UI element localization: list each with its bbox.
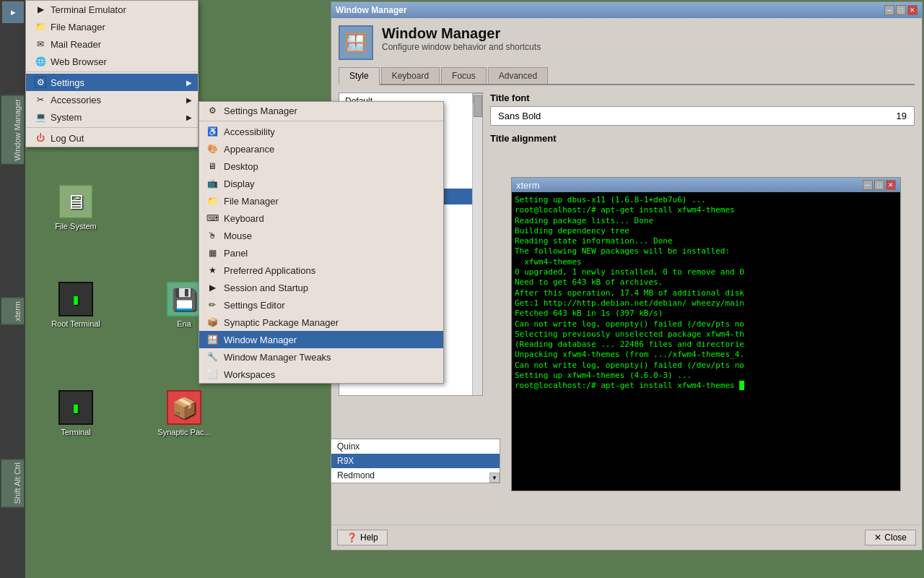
desktop-item[interactable]: 🖥 Desktop xyxy=(199,158,443,175)
menu-web-browser[interactable]: 🌐 Web Browser xyxy=(26,53,198,70)
logout-icon: ⏻ xyxy=(35,132,46,144)
menu-mail-reader[interactable]: ✉ Mail Reader xyxy=(26,35,198,53)
tab-style[interactable]: Style xyxy=(339,67,380,85)
menu-button[interactable]: ▶ xyxy=(2,1,24,23)
theme-quinx[interactable]: Quinx xyxy=(331,439,500,454)
mouse-item[interactable]: 🖱 Mouse xyxy=(199,227,443,244)
panel-icon: ▦ xyxy=(206,247,218,259)
mail-reader-icon: ✉ xyxy=(35,38,46,50)
session-startup-icon: ▶ xyxy=(206,282,218,293)
xterm-close[interactable]: ✕ xyxy=(886,180,896,190)
close-button[interactable]: ✕ xyxy=(907,5,918,15)
window-manager-icon: 🪟 xyxy=(206,334,218,345)
font-display[interactable]: Sans Bold 19 xyxy=(490,106,915,126)
synaptic-item[interactable]: 📦 Synaptic Package Manager xyxy=(199,314,443,331)
file-system-icon[interactable]: 🖥 File System xyxy=(40,184,112,230)
tab-advanced[interactable]: Advanced xyxy=(488,67,548,84)
menu-system[interactable]: 💻 System ▶ xyxy=(26,108,198,126)
settings-submenu: ⚙ Settings Manager ♿ Accessibility 🎨 App… xyxy=(199,101,444,384)
settings-sep xyxy=(199,121,443,121)
menu-logout[interactable]: ⏻ Log Out xyxy=(26,129,198,147)
terminal-emulator-icon: ▶ xyxy=(35,4,46,15)
system-arrow: ▶ xyxy=(186,113,192,121)
title-font-label: Title font xyxy=(490,92,915,103)
desktop-menu-icon: 🖥 xyxy=(206,160,218,172)
synaptic-icon[interactable]: 📦 Synaptic Pac... xyxy=(148,390,220,436)
appearance-icon: 🎨 xyxy=(206,143,218,155)
xterm-titlebar: xterm ─ □ ✕ xyxy=(512,178,900,192)
display-icon: 📺 xyxy=(206,178,218,189)
preferred-apps-icon: ★ xyxy=(206,264,218,276)
xterm-content: Setting up dbus-x11 (1.6.8-1+deb7u6) ...… xyxy=(512,192,900,491)
terminal-icon[interactable]: ▮ Terminal xyxy=(40,390,112,436)
tab-focus[interactable]: Focus xyxy=(441,67,487,84)
settings-arrow: ▶ xyxy=(186,79,192,87)
accessories-icon: ✂ xyxy=(35,94,46,105)
file-manager-icon: 📁 xyxy=(35,21,46,33)
wm-app-icon: 🪟 xyxy=(339,25,373,60)
accessories-arrow: ▶ xyxy=(186,96,192,104)
theme-r9x[interactable]: R9X xyxy=(331,454,500,468)
settings-manager-item[interactable]: ⚙ Settings Manager xyxy=(199,102,443,119)
panel-item[interactable]: ▦ Panel xyxy=(199,244,443,262)
scrollbar-track[interactable]: ▲ xyxy=(472,93,482,395)
preferred-apps-item[interactable]: ★ Preferred Applications xyxy=(199,262,443,279)
maximize-button[interactable]: □ xyxy=(896,5,906,15)
system-icon: 💻 xyxy=(35,111,46,123)
menu-sep-2 xyxy=(26,127,198,128)
font-size: 19 xyxy=(897,111,907,121)
file-manager-settings-icon: 📁 xyxy=(206,195,218,207)
display-item[interactable]: 📺 Display xyxy=(199,175,443,192)
main-menu: ▶ Terminal Emulator 📁 File Manager ✉ Mai… xyxy=(25,0,199,147)
mouse-icon: 🖱 xyxy=(206,230,218,241)
wm-tweaks-icon: 🔧 xyxy=(206,351,218,363)
desktop: ▶ Window Manager xterm Shift Alt Ctrl 🖥 … xyxy=(0,0,924,578)
settings-manager-icon: ⚙ xyxy=(206,105,218,116)
wm-app-title: Window Manager xyxy=(382,25,541,42)
window-manager-item[interactable]: 🪟 Window Manager xyxy=(199,331,443,348)
scrollbar-thumb[interactable] xyxy=(474,95,482,117)
xterm-tab[interactable]: xterm xyxy=(1,298,25,325)
theme-redmond[interactable]: Redmond xyxy=(331,468,500,483)
xterm-maximize[interactable]: □ xyxy=(874,180,884,190)
xterm-minimize[interactable]: ─ xyxy=(863,180,873,190)
tab-bar: Style Keyboard Focus Advanced xyxy=(339,67,915,85)
wm-titlebar: Window Manager ─ □ ✕ xyxy=(331,2,922,18)
menu-file-manager[interactable]: 📁 File Manager xyxy=(26,18,198,35)
minimize-button[interactable]: ─ xyxy=(884,5,894,15)
settings-icon: ⚙ xyxy=(35,77,46,88)
wm-tweaks-item[interactable]: 🔧 Window Manager Tweaks xyxy=(199,348,443,366)
xterm-window: xterm ─ □ ✕ Setting up dbus-x11 (1.6.8-1… xyxy=(511,177,901,491)
menu-sep-1 xyxy=(26,72,198,72)
keyboard-icon: ⌨ xyxy=(206,212,218,224)
workspaces-item[interactable]: ⬜ Workspaces xyxy=(199,366,443,383)
menu-accessories[interactable]: ✂ Accessories ▶ xyxy=(26,91,198,108)
help-icon: ❓ xyxy=(346,532,357,543)
settings-editor-item[interactable]: ✏ Settings Editor xyxy=(199,296,443,314)
session-startup-item[interactable]: ▶ Session and Startup xyxy=(199,279,443,296)
close-wm-button[interactable]: ✕ Close xyxy=(865,530,916,545)
menu-settings[interactable]: ⚙ Settings ▶ xyxy=(26,74,198,91)
font-value: Sans Bold xyxy=(498,111,541,121)
xterm-title: xterm xyxy=(516,180,540,191)
root-terminal-icon[interactable]: ▮ Root Terminal xyxy=(40,282,112,328)
theme-dropdown: Quinx R9X Redmond ▼ xyxy=(331,439,500,483)
web-browser-icon: 🌐 xyxy=(35,56,46,67)
taskbar-left: ▶ Window Manager xterm Shift Alt Ctrl xyxy=(0,0,25,578)
appearance-item[interactable]: 🎨 Appearance xyxy=(199,140,443,158)
window-manager-tab[interactable]: Window Manager xyxy=(1,95,25,165)
file-manager-settings-item[interactable]: 📁 File Manager xyxy=(199,192,443,210)
accessibility-item[interactable]: ♿ Accessibility xyxy=(199,123,443,140)
wm-app-subtitle: Configure window behavior and shortcuts xyxy=(382,42,541,52)
shift-alt-ctrl-tab[interactable]: Shift Alt Ctrl xyxy=(1,459,25,507)
keyboard-item[interactable]: ⌨ Keyboard xyxy=(199,210,443,227)
scroll-down-arrow[interactable]: ▼ xyxy=(489,473,500,483)
wm-controls: ─ □ ✕ xyxy=(884,5,918,15)
workspaces-icon: ⬜ xyxy=(206,368,218,380)
wm-title: Window Manager xyxy=(336,5,407,15)
help-button[interactable]: ❓ Help xyxy=(337,530,388,545)
settings-editor-icon: ✏ xyxy=(206,299,218,311)
menu-terminal-emulator[interactable]: ▶ Terminal Emulator xyxy=(26,1,198,18)
tab-keyboard[interactable]: Keyboard xyxy=(381,67,440,84)
accessibility-icon: ♿ xyxy=(206,126,218,137)
